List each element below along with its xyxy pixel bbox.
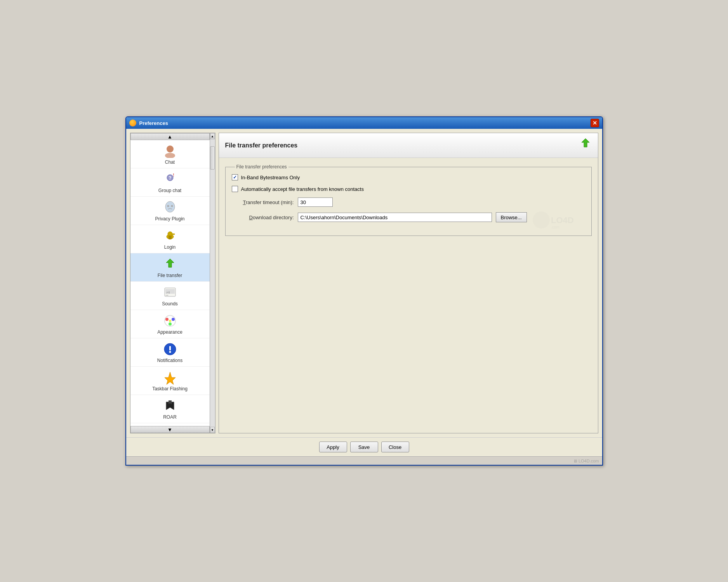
svg-point-7 — [171, 205, 173, 207]
sidebar-item-taskbar-flashing[interactable]: Taskbar Flashing — [130, 367, 210, 395]
checkbox-row-2: Automatically accept file transfers from… — [232, 186, 585, 192]
login-icon — [163, 229, 177, 243]
checkbox1-label: In-Band Bytestreams Only — [241, 175, 300, 180]
sidebar-item-login[interactable]: Login — [130, 225, 210, 253]
sidebar-item-notifications[interactable]: Notifications — [130, 338, 210, 367]
main-header-title: File transfer preferences — [225, 142, 298, 149]
sidebar-item-roar[interactable]: ROAR — [130, 395, 210, 423]
download-dir-label: Download directory: — [232, 215, 294, 220]
sidebar-item-sounds-label: Sounds — [162, 301, 178, 307]
sidebar-item-group-chat[interactable]: ? ! Group chat — [130, 168, 210, 197]
roar-icon — [163, 399, 177, 413]
transfer-timeout-row: Transfer timeout (min): — [232, 197, 585, 207]
auto-accept-checkbox[interactable] — [232, 186, 238, 192]
svg-point-6 — [167, 205, 169, 207]
main-body: File transfer preferences In-Band Bytest… — [219, 158, 598, 433]
checkbox-row-1: In-Band Bytestreams Only — [232, 174, 585, 180]
sidebar: ▲ Chat ? — [130, 133, 215, 433]
close-window-button[interactable]: ✕ — [591, 119, 599, 127]
svg-point-21 — [169, 322, 172, 326]
taskbar-flashing-icon — [163, 371, 177, 385]
apply-button[interactable]: Apply — [319, 442, 347, 452]
title-bar: Preferences ✕ — [126, 117, 602, 129]
sidebar-inner: ▲ Chat ? — [130, 133, 210, 433]
scrollbar-thumb[interactable] — [210, 146, 215, 170]
svg-point-1 — [165, 153, 175, 158]
checkbox2-label: Automatically accept file transfers from… — [241, 186, 364, 192]
title-bar-title: Preferences — [139, 120, 591, 126]
svg-point-5 — [165, 201, 175, 212]
statusbar: 🖥 LO4D.com — [126, 456, 602, 465]
preferences-window: Preferences ✕ ▲ Chat — [125, 116, 603, 466]
transfer-timeout-input[interactable] — [298, 197, 333, 207]
file-transfer-fieldset: File transfer preferences In-Band Bytest… — [225, 164, 592, 236]
svg-rect-10 — [169, 236, 172, 239]
browse-button[interactable]: Browse... — [496, 212, 527, 222]
notifications-icon — [163, 342, 177, 356]
svg-text:♪♫: ♪♫ — [166, 291, 170, 294]
svg-marker-29 — [582, 139, 589, 147]
svg-point-22 — [169, 320, 171, 322]
file-transfer-icon — [163, 257, 177, 271]
appearance-icon — [163, 314, 177, 328]
svg-rect-24 — [169, 346, 171, 350]
main-header: File transfer preferences — [219, 133, 598, 158]
download-dir-input[interactable] — [298, 213, 492, 222]
chat-icon — [163, 144, 177, 158]
sidebar-item-notifications-label: Notifications — [157, 358, 182, 363]
sidebar-item-file-transfer-label: File transfer — [158, 273, 182, 278]
save-button[interactable]: Save — [350, 442, 378, 452]
svg-point-0 — [167, 146, 174, 152]
sidebar-item-sounds[interactable]: ♪♫ Sounds — [130, 282, 210, 310]
sidebar-item-file-transfer[interactable]: File transfer — [130, 253, 210, 282]
group-chat-icon: ? ! — [163, 172, 177, 186]
svg-text:?: ? — [169, 175, 171, 181]
main-content: File transfer preferences File transfer … — [219, 133, 598, 433]
sounds-icon: ♪♫ — [163, 286, 177, 300]
sidebar-item-group-chat-label: Group chat — [158, 188, 181, 193]
svg-marker-26 — [165, 372, 175, 385]
sidebar-item-chat[interactable]: Chat — [130, 140, 210, 168]
sidebar-item-privacy-plugin-label: Privacy Plugin — [155, 216, 184, 222]
sidebar-item-privacy-plugin[interactable]: Privacy Plugin — [130, 197, 210, 225]
transfer-timeout-label: Transfer timeout (min): — [232, 199, 294, 205]
svg-point-19 — [165, 318, 169, 321]
statusbar-logo: 🖥 LO4D.com — [573, 459, 599, 463]
window-body: ▲ Chat ? — [126, 129, 602, 437]
svg-text:!: ! — [173, 173, 174, 177]
sidebar-scroll-up-button[interactable]: ▲ — [130, 133, 210, 140]
sidebar-item-appearance[interactable]: Appearance — [130, 310, 210, 338]
privacy-plugin-icon — [163, 201, 177, 215]
sidebar-item-login-label: Login — [164, 244, 175, 250]
download-dir-row: Download directory: Browse... — [232, 212, 585, 222]
sidebar-item-appearance-label: Appearance — [157, 329, 182, 335]
main-panel: File transfer preferences File transfer … — [219, 133, 598, 433]
sidebar-scroll-down-button[interactable]: ▼ — [130, 426, 210, 433]
file-transfer-header-icon — [579, 138, 592, 153]
in-band-bytestreams-checkbox[interactable] — [232, 174, 238, 180]
sidebar-scrollbar[interactable]: ▲ ▼ — [210, 133, 215, 433]
svg-rect-11 — [172, 234, 175, 235]
svg-point-20 — [172, 318, 175, 321]
sidebar-item-chat-label: Chat — [165, 159, 175, 165]
fieldset-legend: File transfer preferences — [235, 164, 288, 170]
footer: Apply Save Close — [126, 437, 602, 456]
title-bar-icon — [129, 120, 136, 126]
sidebar-item-roar-label: ROAR — [163, 414, 177, 420]
svg-point-25 — [169, 351, 171, 353]
sidebar-item-taskbar-flashing-label: Taskbar Flashing — [152, 386, 188, 391]
svg-marker-12 — [166, 259, 174, 267]
close-button[interactable]: Close — [381, 442, 409, 452]
